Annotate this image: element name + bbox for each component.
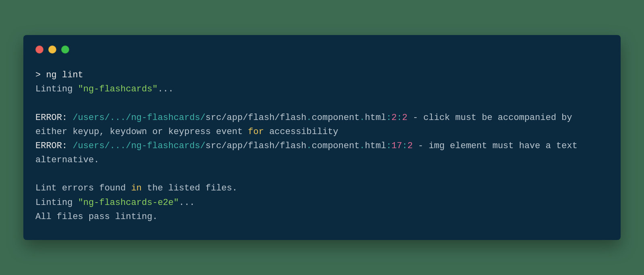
blank-line <box>35 96 609 110</box>
column-number: 2 <box>402 113 407 123</box>
window-traffic-lights <box>35 45 609 54</box>
linting-project-2: Linting "ng-flashcards-e2e"... <box>35 196 609 210</box>
prompt-symbol: > <box>35 70 41 80</box>
colon: : <box>402 141 407 151</box>
dot: . <box>359 113 365 123</box>
ellipsis: ... <box>179 198 195 208</box>
linting-project-1: Linting "ng-flashcards"... <box>35 82 609 96</box>
project-name: "ng-flashcards" <box>78 84 158 94</box>
ellipsis: ... <box>158 84 174 94</box>
zoom-icon[interactable] <box>61 45 69 54</box>
file-component: component <box>312 141 360 151</box>
file-path: src/app/flash/flash <box>205 141 306 151</box>
lint-error-1: ERROR: /users/.../ng-flashcards/src/app/… <box>35 111 609 139</box>
file-ext: html <box>365 141 386 151</box>
dot: . <box>306 113 312 123</box>
line-number: 17 <box>392 141 402 151</box>
command-text: ng lint <box>46 70 83 80</box>
terminal-output: > ng lint Linting "ng-flashcards"... ERR… <box>35 68 609 224</box>
error-label: ERROR: <box>35 113 72 123</box>
linting-label: Linting <box>35 198 78 208</box>
minimize-icon[interactable] <box>48 45 56 54</box>
summary-text: Lint errors found <box>35 183 131 193</box>
linting-label: Linting <box>35 84 78 94</box>
close-icon[interactable] <box>35 45 43 54</box>
file-component: component <box>312 113 360 123</box>
colon: : <box>386 141 391 151</box>
colon: : <box>386 113 391 123</box>
lint-error-2: ERROR: /users/.../ng-flashcards/src/app/… <box>35 139 609 167</box>
colon: : <box>397 113 402 123</box>
file-ext: html <box>365 113 386 123</box>
error-label: ERROR: <box>35 141 72 151</box>
line-number: 2 <box>392 113 397 123</box>
lint-summary: Lint errors found in the listed files. <box>35 181 609 195</box>
page-background: > ng lint Linting "ng-flashcards"... ERR… <box>0 0 644 275</box>
blank-line <box>35 167 609 181</box>
keyword-for: for <box>248 127 264 137</box>
file-path: src/app/flash/flash <box>205 113 306 123</box>
error-message-tail: accessibility <box>264 127 339 137</box>
project-name: "ng-flashcards-e2e" <box>78 198 179 208</box>
keyword-in: in <box>131 183 142 193</box>
column-number: 2 <box>407 141 413 151</box>
dot: . <box>359 141 365 151</box>
summary-text-tail: the listed files. <box>142 183 237 193</box>
file-path-prefix: /users/.../ng-flashcards/ <box>72 141 205 151</box>
dot: . <box>306 141 312 151</box>
terminal-window: > ng lint Linting "ng-flashcards"... ERR… <box>23 35 621 240</box>
file-path-prefix: /users/.../ng-flashcards/ <box>72 113 205 123</box>
command-line: > ng lint <box>35 68 609 82</box>
lint-pass-message: All files pass linting. <box>35 210 609 224</box>
